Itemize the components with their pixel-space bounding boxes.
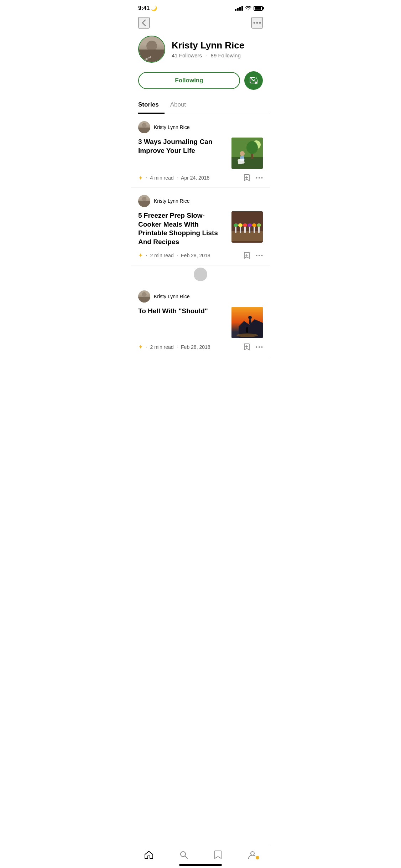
status-icons: [235, 5, 263, 11]
svg-point-0: [254, 22, 255, 24]
battery-icon: [254, 6, 263, 11]
story-author-avatar: [138, 290, 150, 303]
tab-stories[interactable]: Stories: [138, 97, 165, 114]
story-date: Apr 24, 2018: [181, 175, 209, 181]
svg-point-20: [261, 177, 263, 179]
svg-point-12: [246, 141, 258, 154]
status-time: 9:41: [138, 5, 150, 11]
svg-point-47: [259, 346, 260, 348]
story-card: Kristy Lynn Rice 5 Freezer Prep Slow-Coo…: [131, 188, 270, 265]
bookmark-button[interactable]: [244, 252, 250, 259]
svg-point-29: [248, 223, 252, 227]
svg-point-23: [234, 223, 238, 227]
svg-point-18: [256, 177, 257, 179]
story-title[interactable]: To Hell With "Should": [138, 307, 226, 316]
moon-icon: 🌙: [151, 5, 157, 11]
svg-point-38: [259, 255, 260, 256]
member-star-icon: ✦: [138, 252, 143, 259]
story-more-button[interactable]: [256, 177, 263, 179]
following-count: 89: [211, 52, 217, 58]
followers-count: 41: [172, 52, 178, 58]
svg-rect-30: [249, 227, 250, 233]
story-author-name: Kristy Lynn Rice: [154, 124, 190, 130]
story-date: Feb 28, 2018: [181, 344, 210, 350]
svg-rect-34: [258, 227, 260, 233]
bookmark-button[interactable]: [244, 343, 250, 351]
svg-text:+: +: [255, 77, 257, 80]
svg-point-31: [252, 223, 256, 227]
read-time: 2 min read: [150, 344, 173, 350]
back-button[interactable]: [138, 17, 150, 29]
story-more-button[interactable]: [256, 254, 263, 257]
message-button[interactable]: +: [244, 71, 263, 90]
svg-point-2: [259, 22, 261, 24]
story-thumbnail: [231, 307, 263, 338]
svg-point-1: [256, 22, 258, 24]
story-author-avatar: [138, 121, 150, 133]
svg-point-33: [257, 223, 261, 227]
profile-header: PaidWrite Kristy Lynn Rice 41 Followers …: [131, 33, 270, 68]
svg-point-25: [238, 223, 243, 227]
profile-stats: 41 Followers · 89 Following: [172, 52, 263, 58]
following-label: Following: [218, 52, 240, 58]
story-thumbnail: [231, 211, 263, 243]
tab-about[interactable]: About: [170, 97, 192, 114]
more-options-button[interactable]: [251, 17, 263, 29]
scroll-indicator: [131, 265, 270, 283]
svg-rect-28: [244, 227, 246, 233]
story-more-button[interactable]: [256, 346, 263, 348]
status-bar: 9:41 🌙: [131, 0, 270, 14]
follow-button[interactable]: Following: [138, 72, 240, 89]
story-thumbnail: [231, 138, 263, 169]
svg-point-39: [261, 255, 263, 256]
read-time: 2 min read: [150, 253, 173, 258]
story-title[interactable]: 5 Freezer Prep Slow-Cooker Meals With Pr…: [138, 211, 226, 247]
svg-point-43: [236, 334, 258, 337]
followers-label: Followers: [179, 52, 202, 58]
svg-point-27: [243, 223, 247, 227]
svg-point-37: [256, 255, 257, 256]
story-card: Kristy Lynn Rice 3 Ways Journaling Can I…: [131, 114, 270, 188]
svg-point-13: [240, 151, 245, 156]
svg-point-48: [261, 346, 263, 348]
avatar: PaidWrite: [138, 36, 165, 63]
svg-point-46: [256, 346, 257, 348]
svg-rect-9: [231, 157, 263, 169]
tabs: Stories About: [131, 97, 270, 114]
story-author-name: Kristy Lynn Rice: [154, 294, 190, 299]
profile-info: Kristy Lynn Rice 41 Followers · 89 Follo…: [172, 40, 263, 58]
svg-rect-24: [235, 227, 236, 233]
story-author-name: Kristy Lynn Rice: [154, 198, 190, 204]
signal-bars-icon: [235, 6, 243, 11]
read-time: 4 min read: [150, 175, 173, 181]
svg-rect-26: [240, 227, 241, 233]
member-star-icon: ✦: [138, 343, 143, 350]
wifi-icon: [245, 5, 251, 11]
story-author-avatar: [138, 195, 150, 207]
svg-point-41: [248, 316, 252, 319]
nav-bar: [131, 14, 270, 33]
bookmark-button[interactable]: [244, 174, 250, 182]
stories-list: Kristy Lynn Rice 3 Ways Journaling Can I…: [131, 114, 270, 357]
action-row: Following +: [131, 68, 270, 97]
member-star-icon: ✦: [138, 175, 143, 181]
story-title[interactable]: 3 Ways Journaling Can Improve Your Life: [138, 138, 226, 155]
svg-rect-42: [249, 319, 251, 324]
profile-name: Kristy Lynn Rice: [172, 40, 263, 51]
svg-rect-32: [254, 227, 255, 233]
svg-point-19: [259, 177, 260, 179]
story-date: Feb 28, 2018: [181, 253, 210, 258]
story-card: Kristy Lynn Rice To Hell With "Should": [131, 283, 270, 357]
